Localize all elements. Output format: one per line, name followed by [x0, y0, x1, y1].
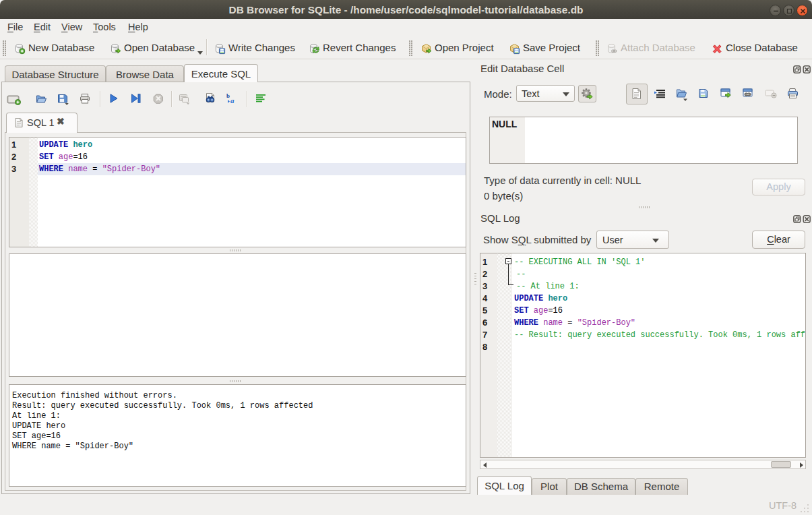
svg-text:a: a [230, 96, 235, 104]
svg-text:b: b [226, 92, 230, 99]
